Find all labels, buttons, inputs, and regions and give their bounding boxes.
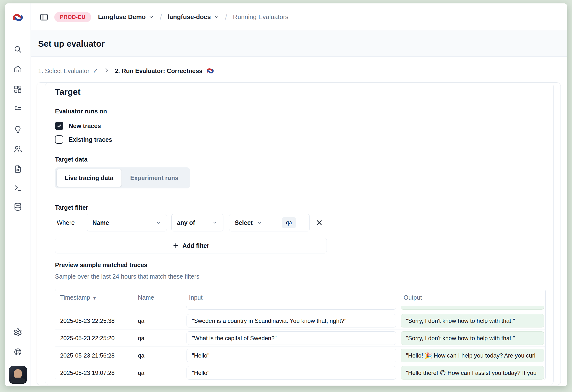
- file-code-icon[interactable]: [14, 165, 22, 173]
- input-cell: "Hello": [187, 366, 396, 379]
- topbar: PROD-EU Langfuse Demo / langfuse-docs / …: [31, 3, 567, 31]
- column-header-timestamp[interactable]: Timestamp▼: [60, 289, 97, 306]
- target-heading: Target: [55, 87, 80, 97]
- target-panel: Target Evaluator runs on New traces Exis…: [45, 83, 554, 385]
- breadcrumb-org[interactable]: Langfuse Demo: [98, 13, 154, 21]
- chevron-down-icon: [214, 15, 219, 20]
- tab-experiment-runs[interactable]: Experiment runs: [122, 174, 187, 182]
- database-icon[interactable]: [14, 202, 22, 211]
- new-traces-label: New traces: [69, 123, 101, 129]
- runs-on-label: Evaluator runs on: [55, 108, 107, 115]
- breadcrumb-project-label: langfuse-docs: [168, 13, 211, 21]
- input-cell: "What is the capital of Sweden?": [187, 331, 396, 345]
- table-row: 2025-05-23 22:25:20 qa "What is the capi…: [55, 329, 545, 347]
- timestamp-header-label: Timestamp: [60, 294, 90, 301]
- filter-row: Where Name any of Select qa: [55, 214, 323, 232]
- table-row: 2025-05-23 21:56:28 qa "Hello" "Hello! 🎉…: [55, 347, 545, 364]
- users-icon[interactable]: [14, 145, 22, 154]
- tab-live-tracing-data[interactable]: Live tracing data: [57, 169, 122, 187]
- breadcrumb-separator: /: [225, 13, 227, 21]
- name-cell: qa: [138, 347, 144, 364]
- preview-title: Preview sample matched traces: [55, 262, 147, 268]
- target-data-tabs: Live tracing data Experiment runs: [55, 167, 190, 188]
- existing-traces-checkbox[interactable]: [55, 135, 63, 144]
- chevron-down-icon: [257, 220, 263, 226]
- terminal-icon[interactable]: [14, 184, 22, 192]
- chevron-down-icon: [212, 220, 218, 226]
- option-new-traces: New traces: [55, 121, 101, 131]
- output-cell: "Hello there! 😊 How can I assist you tod…: [401, 366, 544, 379]
- search-icon[interactable]: [14, 45, 22, 54]
- plus-icon: [173, 242, 179, 249]
- breadcrumb-separator: /: [160, 13, 162, 21]
- filter-where-label: Where: [55, 219, 87, 226]
- preview-subtitle: Sample over the last 24 hours that match…: [55, 273, 199, 280]
- input-cell: "Hello": [187, 349, 396, 362]
- sidebar-toggle-icon[interactable]: [39, 12, 49, 22]
- timestamp-cell: 2025-05-23 19:07:28: [60, 364, 115, 380]
- divider: [272, 217, 272, 228]
- filter-operator-select[interactable]: any of: [171, 214, 223, 232]
- table-row-partial: [55, 306, 545, 312]
- trace-tree-icon[interactable]: [14, 105, 22, 114]
- remove-filter-icon[interactable]: [316, 219, 323, 226]
- filter-value-select[interactable]: Select qa: [229, 214, 310, 232]
- input-cell: "Sweden is a country in Scandinavia. You…: [187, 314, 396, 328]
- app-window: PROD-EU Langfuse Demo / langfuse-docs / …: [5, 3, 567, 386]
- user-avatar[interactable]: [9, 366, 27, 384]
- step1-label: 1. Select Evaluator: [38, 67, 89, 75]
- name-cell: qa: [138, 364, 144, 380]
- timestamp-cell: 2025-05-23 21:56:28: [60, 347, 115, 364]
- chevron-down-icon: [149, 15, 154, 20]
- filter-operator-value: any of: [177, 219, 195, 226]
- check-icon: [56, 123, 62, 128]
- step-run-evaluator[interactable]: 2. Run Evaluator: Correctness: [115, 67, 214, 75]
- input-cell-partial: [187, 306, 396, 310]
- output-cell: "Hello! 🎉 How can I help you today? Are …: [401, 349, 544, 362]
- page-header: Set up evaluator: [31, 31, 567, 57]
- table-row: 2025-05-23 19:07:28 qa "Hello" "Hello th…: [55, 364, 545, 380]
- filter-column-select[interactable]: Name: [87, 214, 167, 232]
- name-cell: qa: [138, 329, 144, 347]
- lightbulb-icon[interactable]: [14, 125, 22, 134]
- environment-badge: PROD-EU: [54, 12, 91, 22]
- wizard-steps: 1. Select Evaluator ✓ 2. Run Evaluator: …: [38, 64, 214, 78]
- gear-icon[interactable]: [14, 328, 22, 337]
- timestamp-cell: 2025-05-23 22:25:38: [60, 312, 115, 329]
- new-traces-checkbox[interactable]: [55, 122, 63, 130]
- output-cell: "Sorry, I don't know how to help with th…: [401, 314, 544, 328]
- preview-table: Timestamp▼ Name Input Output 2025-05-23 …: [55, 289, 546, 380]
- timestamp-cell: 2025-05-23 22:25:20: [60, 329, 115, 347]
- filter-value-label: Select: [235, 219, 253, 226]
- output-cell-partial: [401, 306, 544, 310]
- breadcrumb-project[interactable]: langfuse-docs: [168, 13, 219, 21]
- check-icon: ✓: [93, 67, 98, 75]
- step2-label: 2. Run Evaluator: Correctness: [115, 67, 202, 75]
- lifebuoy-icon[interactable]: [14, 347, 22, 356]
- sidebar: [5, 3, 31, 386]
- output-cell: "Sorry, I don't know how to help with th…: [401, 331, 544, 345]
- filter-value-chip[interactable]: qa: [282, 217, 296, 228]
- column-header-output: Output: [404, 289, 422, 306]
- dashboard-grid-icon[interactable]: [14, 85, 22, 94]
- chevron-right-icon: [98, 67, 115, 75]
- langfuse-mini-logo-icon: [206, 67, 214, 75]
- breadcrumb-org-label: Langfuse Demo: [98, 13, 146, 21]
- add-filter-label: Add filter: [182, 242, 209, 249]
- option-existing-traces: Existing traces: [55, 135, 112, 144]
- table-header: Timestamp▼ Name Input Output: [55, 289, 545, 306]
- home-icon[interactable]: [14, 64, 22, 73]
- filter-column-value: Name: [92, 219, 109, 226]
- target-filter-label: Target filter: [55, 204, 88, 211]
- langfuse-logo-icon: [12, 12, 24, 23]
- name-cell: qa: [138, 312, 144, 329]
- table-row: 2025-05-23 22:25:38 qa "Sweden is a coun…: [55, 312, 545, 329]
- column-header-input: Input: [189, 289, 203, 306]
- page-title: Set up evaluator: [38, 39, 105, 49]
- sort-desc-icon: ▼: [92, 295, 97, 301]
- breadcrumb-current: Running Evaluators: [233, 13, 288, 21]
- step-select-evaluator[interactable]: 1. Select Evaluator ✓: [38, 67, 98, 75]
- evaluator-form-card: Target Evaluator runs on New traces Exis…: [37, 82, 561, 385]
- column-header-name: Name: [138, 289, 154, 306]
- add-filter-button[interactable]: Add filter: [55, 238, 327, 253]
